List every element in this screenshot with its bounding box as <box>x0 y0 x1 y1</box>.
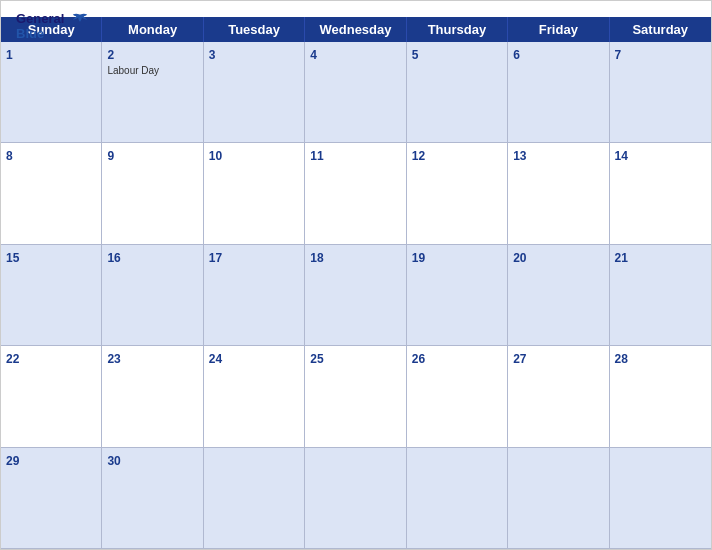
date-number: 12 <box>412 149 425 163</box>
logo-blue-text: Blue <box>16 27 44 41</box>
date-number: 26 <box>412 352 425 366</box>
calendar-cell: 13 <box>508 143 609 244</box>
calendar-cell: 11 <box>305 143 406 244</box>
calendar-cell: 27 <box>508 346 609 447</box>
date-number: 17 <box>209 251 222 265</box>
date-number: 27 <box>513 352 526 366</box>
calendar-cell: 14 <box>610 143 711 244</box>
date-number: 30 <box>107 454 120 468</box>
holiday-label: Labour Day <box>107 65 197 76</box>
date-number: 13 <box>513 149 526 163</box>
date-number: 15 <box>6 251 19 265</box>
date-number: 1 <box>6 48 13 62</box>
calendar-cell: 16 <box>102 245 203 346</box>
calendar-grid: 12Labour Day3456789101112131415161718192… <box>1 42 711 549</box>
calendar-cell: 23 <box>102 346 203 447</box>
calendar-cell <box>508 448 609 549</box>
calendar-cell: 10 <box>204 143 305 244</box>
calendar-cell <box>204 448 305 549</box>
logo-general-text: General <box>16 11 64 26</box>
calendar-cell: 3 <box>204 42 305 143</box>
day-headers-row: SundayMondayTuesdayWednesdayThursdayFrid… <box>1 17 711 42</box>
day-header-tuesday: Tuesday <box>204 17 305 42</box>
date-number: 16 <box>107 251 120 265</box>
day-header-friday: Friday <box>508 17 609 42</box>
calendar-cell <box>610 448 711 549</box>
day-header-wednesday: Wednesday <box>305 17 406 42</box>
calendar-cell: 7 <box>610 42 711 143</box>
date-number: 3 <box>209 48 216 62</box>
calendar-cell: 22 <box>1 346 102 447</box>
date-number: 5 <box>412 48 419 62</box>
date-number: 24 <box>209 352 222 366</box>
date-number: 20 <box>513 251 526 265</box>
calendar-cell: 2Labour Day <box>102 42 203 143</box>
calendar-cell: 18 <box>305 245 406 346</box>
date-number: 14 <box>615 149 628 163</box>
date-number: 23 <box>107 352 120 366</box>
date-number: 21 <box>615 251 628 265</box>
calendar-cell: 26 <box>407 346 508 447</box>
day-header-thursday: Thursday <box>407 17 508 42</box>
day-header-monday: Monday <box>102 17 203 42</box>
date-number: 8 <box>6 149 13 163</box>
date-number: 18 <box>310 251 323 265</box>
date-number: 4 <box>310 48 317 62</box>
calendar-cell: 25 <box>305 346 406 447</box>
calendar-cell <box>305 448 406 549</box>
logo-bird-icon <box>71 12 89 26</box>
date-number: 10 <box>209 149 222 163</box>
calendar-cell: 15 <box>1 245 102 346</box>
date-number: 19 <box>412 251 425 265</box>
date-number: 2 <box>107 48 114 62</box>
calendar-cell: 6 <box>508 42 609 143</box>
calendar-cell <box>407 448 508 549</box>
calendar-cell: 20 <box>508 245 609 346</box>
date-number: 28 <box>615 352 628 366</box>
date-number: 11 <box>310 149 323 163</box>
calendar-cell: 5 <box>407 42 508 143</box>
calendar-cell: 24 <box>204 346 305 447</box>
date-number: 6 <box>513 48 520 62</box>
date-number: 22 <box>6 352 19 366</box>
calendar-cell: 1 <box>1 42 102 143</box>
calendar: General Blue SundayMondayTuesdayWednesda… <box>0 0 712 550</box>
day-header-saturday: Saturday <box>610 17 711 42</box>
date-number: 9 <box>107 149 114 163</box>
calendar-cell: 28 <box>610 346 711 447</box>
date-number: 29 <box>6 454 19 468</box>
calendar-cell: 9 <box>102 143 203 244</box>
calendar-cell: 30 <box>102 448 203 549</box>
calendar-cell: 21 <box>610 245 711 346</box>
calendar-cell: 29 <box>1 448 102 549</box>
date-number: 7 <box>615 48 622 62</box>
calendar-cell: 19 <box>407 245 508 346</box>
calendar-cell: 4 <box>305 42 406 143</box>
calendar-cell: 17 <box>204 245 305 346</box>
logo: General Blue <box>16 9 89 41</box>
calendar-cell: 8 <box>1 143 102 244</box>
calendar-header: General Blue <box>1 1 711 17</box>
date-number: 25 <box>310 352 323 366</box>
calendar-cell: 12 <box>407 143 508 244</box>
